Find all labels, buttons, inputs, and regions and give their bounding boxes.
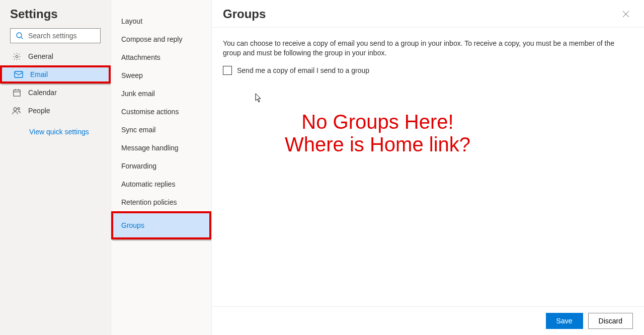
nav-item-people[interactable]: People [0, 102, 111, 120]
nav-item-general[interactable]: General [0, 47, 111, 65]
settings-title: Settings [0, 7, 111, 28]
send-copy-checkbox[interactable] [223, 66, 232, 75]
subnav-auto-replies[interactable]: Automatic replies [111, 175, 211, 193]
svg-point-2 [16, 55, 18, 58]
nav-label: People [28, 107, 50, 115]
save-button[interactable]: Save [546, 313, 583, 329]
subnav-compose[interactable]: Compose and reply [111, 30, 211, 48]
subnav-forwarding[interactable]: Forwarding [111, 157, 211, 175]
nav-label: General [28, 52, 53, 60]
gear-icon [12, 52, 21, 61]
subnav-attachments[interactable]: Attachments [111, 48, 211, 66]
svg-rect-3 [15, 71, 23, 77]
subnav-sweep[interactable]: Sweep [111, 66, 211, 85]
settings-sidebar: Settings General Email Calenda [0, 0, 111, 335]
nav-item-email[interactable]: Email [0, 65, 111, 83]
svg-line-1 [21, 37, 23, 39]
mail-icon [14, 71, 23, 78]
subnav-message-handling[interactable]: Message handling [111, 139, 211, 157]
subnav-sync[interactable]: Sync email [111, 121, 211, 139]
detail-heading: Groups [223, 7, 266, 21]
people-icon [12, 107, 21, 115]
subnav-groups[interactable]: Groups [111, 211, 211, 239]
checkbox-label: Send me a copy of email I send to a grou… [237, 66, 369, 74]
subnav-layout[interactable]: Layout [111, 12, 211, 30]
nav-item-calendar[interactable]: Calendar [0, 83, 111, 102]
search-icon [16, 32, 24, 40]
view-quick-settings-link[interactable]: View quick settings [0, 120, 111, 136]
subnav-customise[interactable]: Customise actions [111, 103, 211, 121]
cursor-icon [255, 93, 262, 105]
settings-detail: Groups You can choose to receive a copy … [211, 0, 644, 335]
detail-description: You can choose to receive a copy of emai… [223, 39, 633, 58]
discard-button[interactable]: Discard [588, 313, 633, 329]
svg-point-0 [17, 33, 22, 38]
search-box[interactable] [10, 28, 101, 43]
subnav-junk[interactable]: Junk email [111, 85, 211, 103]
annotation-line1: No Groups Here! [285, 111, 470, 133]
nav-label: Calendar [28, 89, 57, 97]
settings-subnav: Layout Compose and reply Attachments Swe… [111, 0, 211, 335]
svg-rect-4 [13, 90, 20, 96]
svg-point-8 [14, 108, 17, 111]
annotation-overlay: No Groups Here! Where is Home link? [285, 111, 470, 156]
svg-point-9 [18, 108, 20, 110]
close-button[interactable] [619, 7, 633, 21]
subnav-retention[interactable]: Retention policies [111, 193, 211, 211]
annotation-line2: Where is Home link? [285, 133, 470, 156]
nav-label: Email [30, 70, 48, 78]
close-icon [622, 11, 629, 18]
search-input[interactable] [11, 29, 100, 43]
calendar-icon [12, 89, 21, 97]
